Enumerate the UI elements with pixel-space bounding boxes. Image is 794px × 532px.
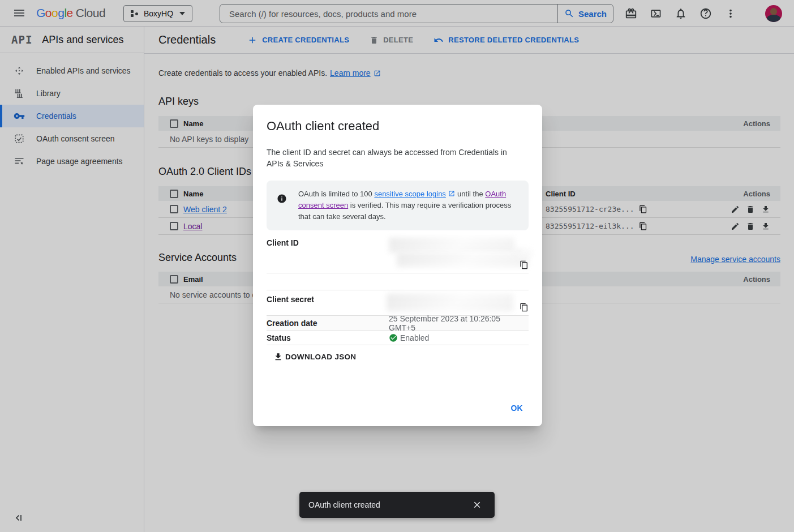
client-id-value-redacted (389, 234, 529, 273)
dialog-detail-rows: Client ID Client secret Creation date (267, 234, 529, 345)
sensitive-scope-logins-link[interactable]: sensitive scope logins (374, 190, 445, 198)
client-id-row: Client ID (267, 234, 529, 273)
snackbar-message: OAuth client created (308, 500, 380, 509)
creation-date-value: 25 September 2023 at 10:26:05 GMT+5 (389, 314, 529, 332)
dialog-body-text: The client ID and secret can always be a… (267, 147, 516, 169)
creation-date-row: Creation date 25 September 2023 at 10:26… (267, 316, 529, 331)
status-label: Status (267, 333, 389, 342)
status-row: Status Enabled (267, 331, 529, 345)
oauth-created-dialog: OAuth client created The client ID and s… (253, 105, 542, 426)
external-link-icon (448, 190, 456, 198)
copy-icon[interactable] (520, 260, 529, 269)
download-json-button[interactable]: DOWNLOAD JSON (273, 352, 356, 361)
creation-date-label: Creation date (267, 319, 389, 328)
spacer-row (267, 273, 529, 290)
redacted-blob (389, 238, 514, 253)
close-icon[interactable] (472, 500, 482, 510)
notice-text: OAuth is limited to 100 sensitive scope … (298, 188, 520, 222)
notice-mid: until the (456, 190, 486, 198)
copy-icon[interactable] (520, 303, 529, 312)
check-circle-icon (389, 333, 398, 342)
client-id-label: Client ID (267, 234, 389, 273)
redacted-blob (515, 248, 532, 257)
status-value: Enabled (400, 333, 429, 342)
client-secret-row: Client secret (267, 290, 529, 316)
notice-box: OAuth is limited to 100 sensitive scope … (267, 181, 529, 230)
client-secret-label: Client secret (267, 290, 389, 315)
client-secret-value-redacted (389, 290, 529, 315)
snackbar: OAuth client created (299, 492, 495, 518)
redacted-blob (387, 294, 513, 311)
redacted-blob (397, 252, 529, 267)
info-icon (277, 194, 287, 204)
download-icon (273, 352, 282, 361)
ok-button[interactable]: OK (506, 399, 527, 417)
dialog-title: OAuth client created (267, 118, 529, 134)
notice-pre: OAuth is limited to 100 (298, 190, 374, 198)
download-json-label: DOWNLOAD JSON (285, 353, 356, 361)
